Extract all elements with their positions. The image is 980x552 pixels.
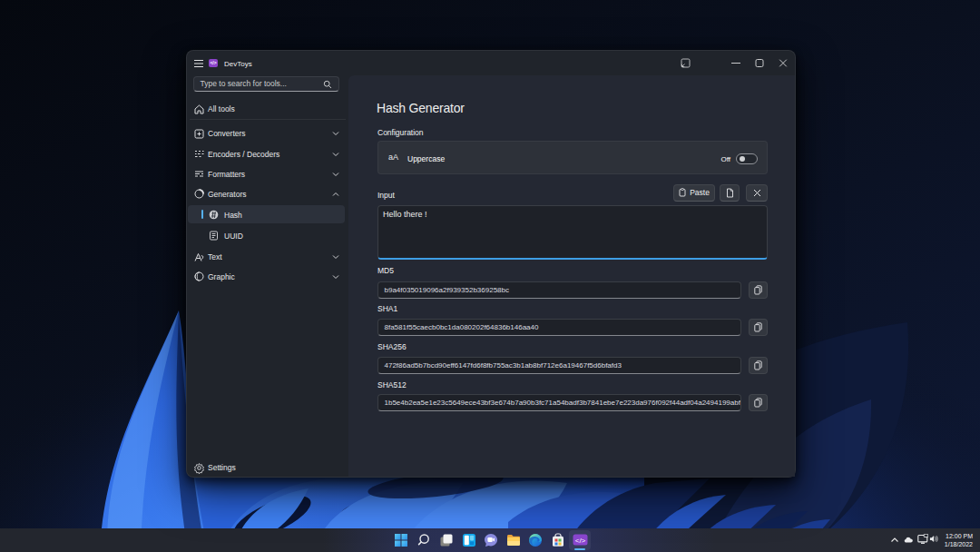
svg-text:</>: </>	[575, 537, 586, 545]
